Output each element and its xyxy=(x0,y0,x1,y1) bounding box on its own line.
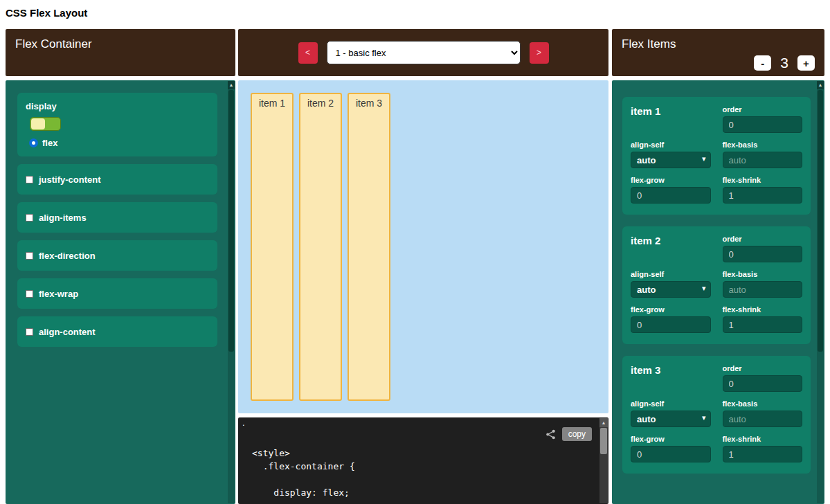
flex-grow-input[interactable] xyxy=(631,316,711,333)
item-card-2: item 2 order align-self auto ▾ xyxy=(622,226,811,344)
checkbox-icon[interactable] xyxy=(26,290,33,298)
scrollbar-thumb[interactable] xyxy=(600,428,607,454)
property-card-flex-wrap[interactable]: flex-wrap xyxy=(17,278,217,309)
checkbox-icon[interactable] xyxy=(26,176,33,183)
code-dot: . xyxy=(242,417,245,428)
scroll-up-arrow-icon[interactable]: ▲ xyxy=(599,418,608,427)
page: CSS Flex Layout Flex Container display f… xyxy=(0,0,830,504)
example-select[interactable]: 1 - basic flex xyxy=(327,41,521,64)
order-field: order xyxy=(723,235,803,262)
checkbox-icon[interactable] xyxy=(26,214,33,222)
flex-container-body: display flex justify-content align-items xyxy=(6,80,235,504)
flex-grow-input[interactable] xyxy=(631,187,711,204)
checkbox-icon[interactable] xyxy=(26,328,33,336)
property-card-flex-direction[interactable]: flex-direction xyxy=(17,240,217,271)
flex-grow-field: flex-grow xyxy=(631,435,711,462)
add-item-button[interactable]: + xyxy=(797,55,815,71)
code-line: <style> xyxy=(252,447,608,460)
align-self-select[interactable]: auto xyxy=(631,152,711,168)
example-nav-header: < 1 - basic flex > xyxy=(238,29,608,76)
flex-container-panel: Flex Container display flex justify-cont… xyxy=(6,29,235,504)
property-card-align-items[interactable]: align-items xyxy=(17,202,217,233)
code-line xyxy=(252,473,608,486)
flex-items-title: Flex Items xyxy=(622,37,676,51)
flex-basis-input[interactable] xyxy=(723,281,803,298)
flex-basis-label: flex-basis xyxy=(723,270,803,278)
flex-grow-input[interactable] xyxy=(631,446,711,462)
order-input[interactable] xyxy=(723,375,803,392)
flex-shrink-field: flex-shrink xyxy=(723,305,803,333)
align-self-label: align-self xyxy=(631,399,711,408)
item-card-1: item 1 order align-self auto ▾ xyxy=(622,97,811,215)
left-panel-scrollbar[interactable]: ▲ xyxy=(228,81,235,503)
right-panel-scrollbar[interactable]: ▲ xyxy=(817,81,824,503)
code-panel: . copy <style> .flex-container { display xyxy=(238,417,608,504)
order-input[interactable] xyxy=(723,246,803,262)
flex-items-panel: Flex Items - 3 + item 1 order xyxy=(612,29,824,504)
flex-basis-input[interactable] xyxy=(723,411,803,427)
scroll-up-arrow-icon[interactable]: ▲ xyxy=(228,81,235,89)
flex-items-header: Flex Items - 3 + xyxy=(612,29,824,76)
preview-panel: < 1 - basic flex > item 1 item 2 item 3 … xyxy=(238,29,608,504)
checkbox-icon[interactable] xyxy=(26,252,33,260)
scrollbar-thumb[interactable] xyxy=(818,90,823,352)
flex-grow-field: flex-grow xyxy=(631,176,711,204)
order-label: order xyxy=(723,105,803,114)
prev-example-button[interactable]: < xyxy=(298,42,318,64)
flex-shrink-input[interactable] xyxy=(723,446,803,462)
flex-shrink-label: flex-shrink xyxy=(723,435,803,443)
order-input[interactable] xyxy=(723,116,803,133)
next-example-button[interactable]: > xyxy=(530,42,549,64)
flex-shrink-input[interactable] xyxy=(723,316,803,333)
align-self-select[interactable]: auto xyxy=(631,411,711,427)
display-card: display flex xyxy=(17,93,217,156)
item-title-cell: item 3 xyxy=(631,364,711,392)
display-flex-radio-row[interactable]: flex xyxy=(29,138,209,148)
display-label: display xyxy=(26,101,209,111)
property-card-align-content[interactable]: align-content xyxy=(17,316,217,347)
code-line: .flex-container { xyxy=(252,460,608,473)
page-title: CSS Flex Layout xyxy=(0,0,830,23)
align-self-label: align-self xyxy=(631,141,711,149)
align-self-field: align-self auto ▾ xyxy=(631,270,711,298)
copy-button[interactable]: copy xyxy=(562,427,592,441)
order-label: order xyxy=(723,364,803,372)
share-icon[interactable] xyxy=(545,429,556,440)
flex-grow-field: flex-grow xyxy=(631,305,711,333)
scroll-up-arrow-icon[interactable]: ▲ xyxy=(817,81,824,89)
flex-basis-label: flex-basis xyxy=(723,141,803,149)
align-self-select[interactable]: auto xyxy=(631,281,711,298)
flex-basis-input[interactable] xyxy=(723,152,803,168)
align-self-label: align-self xyxy=(631,270,711,278)
flex-items-body: item 1 order align-self auto ▾ xyxy=(612,80,824,504)
scrollbar-thumb[interactable] xyxy=(228,90,234,352)
display-toggle[interactable] xyxy=(30,117,61,131)
flex-preview-item: item 3 xyxy=(348,93,390,401)
flex-basis-field: flex-basis xyxy=(723,270,803,298)
toggle-knob-icon xyxy=(31,118,45,129)
remove-item-button[interactable]: - xyxy=(754,55,771,71)
property-card-justify-content[interactable]: justify-content xyxy=(17,164,217,195)
flex-shrink-input[interactable] xyxy=(723,187,803,204)
flex-shrink-label: flex-shrink xyxy=(723,305,803,314)
flex-preview-item: item 2 xyxy=(299,93,342,401)
property-label: justify-content xyxy=(39,174,101,185)
item-card-title: item 2 xyxy=(631,235,660,246)
code-scrollbar[interactable]: ▲ xyxy=(599,418,608,503)
flex-shrink-label: flex-shrink xyxy=(723,176,803,184)
flex-container-title: Flex Container xyxy=(15,37,92,51)
flex-basis-label: flex-basis xyxy=(723,399,803,408)
code-controls: copy xyxy=(545,427,592,441)
display-flex-radio-label: flex xyxy=(42,138,57,148)
item-card-title: item 1 xyxy=(631,105,660,117)
code-line: display: flex; xyxy=(252,486,608,499)
property-label: flex-wrap xyxy=(39,289,78,299)
code-block: <style> .flex-container { display: flex; xyxy=(238,447,608,499)
item-card-title: item 3 xyxy=(631,364,660,376)
item-count-controls: - 3 + xyxy=(754,55,815,71)
flex-preview-item: item 1 xyxy=(251,93,294,401)
radio-selected-icon[interactable] xyxy=(29,138,38,147)
flex-grow-label: flex-grow xyxy=(631,176,711,184)
item-title-cell: item 1 xyxy=(631,105,711,133)
property-label: align-content xyxy=(39,327,96,337)
